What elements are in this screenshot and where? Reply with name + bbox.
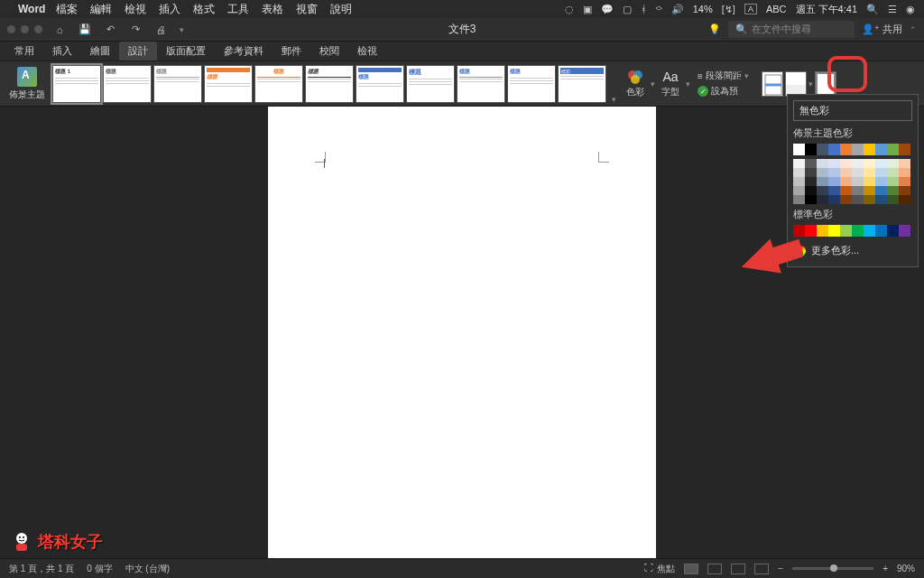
- watermark-button[interactable]: [762, 71, 783, 97]
- color-swatch[interactable]: [875, 168, 887, 177]
- menu-insert[interactable]: 插入: [159, 2, 180, 17]
- menu-window[interactable]: 視窗: [296, 2, 318, 17]
- view-print-layout[interactable]: [684, 564, 698, 574]
- color-swatch[interactable]: [840, 195, 852, 204]
- focus-mode[interactable]: ⛶焦點: [644, 563, 675, 575]
- color-swatch[interactable]: [864, 144, 875, 155]
- spotlight-icon[interactable]: 🔍: [866, 4, 879, 15]
- status-icon[interactable]: ◌: [565, 4, 574, 15]
- menu-format[interactable]: 格式: [193, 2, 215, 17]
- battery-icon[interactable]: [↯]: [722, 4, 735, 15]
- color-swatch[interactable]: [852, 195, 864, 204]
- minimize-dot[interactable]: [21, 25, 29, 33]
- colors-button[interactable]: 色彩: [624, 69, 647, 98]
- color-swatch[interactable]: [887, 168, 899, 177]
- color-swatch[interactable]: [864, 186, 875, 195]
- color-swatch[interactable]: [828, 144, 840, 155]
- color-swatch[interactable]: [875, 144, 887, 155]
- camera-icon[interactable]: ▣: [583, 4, 592, 15]
- page[interactable]: [268, 107, 656, 558]
- styleset-thumb[interactable]: 標題: [204, 65, 253, 103]
- color-swatch[interactable]: [828, 195, 840, 204]
- menu-tools[interactable]: 工具: [227, 2, 249, 17]
- color-swatch[interactable]: [840, 225, 852, 237]
- redo-icon[interactable]: ↷: [129, 23, 142, 36]
- view-outline[interactable]: [731, 564, 745, 574]
- color-swatch[interactable]: [899, 159, 910, 168]
- styleset-thumb[interactable]: 標題: [406, 65, 455, 103]
- home-icon[interactable]: ⌂: [53, 23, 66, 36]
- qat-dropdown-icon[interactable]: ▾: [180, 25, 184, 34]
- tab-view[interactable]: 檢視: [348, 42, 386, 61]
- color-swatch[interactable]: [805, 177, 817, 186]
- color-swatch[interactable]: [875, 186, 887, 195]
- color-swatch[interactable]: [887, 195, 899, 204]
- color-swatch[interactable]: [875, 225, 887, 237]
- color-swatch[interactable]: [899, 195, 910, 204]
- document-area[interactable]: [0, 107, 924, 558]
- color-swatch[interactable]: [793, 144, 805, 155]
- page-color-button[interactable]: [785, 71, 807, 97]
- colors-dropdown-icon[interactable]: ▾: [651, 79, 655, 89]
- zoom-in[interactable]: +: [882, 564, 888, 573]
- styleset-thumb[interactable]: 標題: [103, 65, 152, 103]
- color-swatch[interactable]: [817, 177, 828, 186]
- color-swatch[interactable]: [899, 144, 910, 155]
- tab-mailings[interactable]: 郵件: [273, 42, 310, 61]
- tab-design[interactable]: 設計: [119, 42, 157, 61]
- zoom-dot[interactable]: [34, 25, 42, 33]
- page-count[interactable]: 第 1 頁，共 1 頁: [9, 563, 74, 575]
- color-swatch[interactable]: [852, 159, 864, 168]
- notification-icon[interactable]: ☰: [888, 4, 897, 15]
- tab-references[interactable]: 參考資料: [215, 42, 273, 61]
- view-draft[interactable]: [754, 564, 769, 574]
- view-web-layout[interactable]: [707, 564, 722, 574]
- color-swatch[interactable]: [899, 177, 910, 186]
- themes-button[interactable]: A 佈景主題: [5, 63, 49, 104]
- color-swatch[interactable]: [828, 177, 840, 186]
- fonts-dropdown-icon[interactable]: ▾: [686, 79, 690, 89]
- color-swatch[interactable]: [875, 159, 887, 168]
- zoom-knob[interactable]: [830, 564, 837, 572]
- tab-layout[interactable]: 版面配置: [157, 42, 215, 61]
- styleset-thumb[interactable]: 標題: [305, 65, 354, 103]
- color-swatch[interactable]: [864, 168, 875, 177]
- color-swatch[interactable]: [793, 168, 805, 177]
- color-swatch[interactable]: [793, 159, 805, 168]
- color-swatch[interactable]: [887, 159, 899, 168]
- wifi-icon[interactable]: ⌔: [656, 4, 662, 14]
- color-swatch[interactable]: [828, 168, 840, 177]
- menu-file[interactable]: 檔案: [56, 2, 78, 17]
- styleset-thumb[interactable]: 標題: [558, 65, 606, 103]
- color-swatch[interactable]: [899, 225, 910, 237]
- color-swatch[interactable]: [805, 186, 817, 195]
- color-swatch[interactable]: [887, 225, 899, 237]
- zoom-slider[interactable]: [792, 567, 873, 570]
- color-swatch[interactable]: [852, 144, 864, 155]
- volume-icon[interactable]: 🔊: [671, 4, 684, 15]
- color-swatch[interactable]: [864, 195, 875, 204]
- tab-insert[interactable]: 插入: [43, 42, 81, 61]
- color-swatch[interactable]: [840, 144, 852, 155]
- more-colors-button[interactable]: 更多色彩...: [793, 240, 912, 261]
- airplay-icon[interactable]: ▢: [623, 4, 632, 15]
- save-icon[interactable]: 💾: [79, 23, 91, 36]
- language[interactable]: 中文 (台灣): [125, 563, 170, 575]
- color-swatch[interactable]: [840, 168, 852, 177]
- color-swatch[interactable]: [805, 225, 817, 237]
- collapse-ribbon-icon[interactable]: ⌃: [910, 25, 917, 34]
- color-swatch[interactable]: [852, 186, 864, 195]
- color-swatch[interactable]: [805, 195, 817, 204]
- no-color-option[interactable]: 無色彩: [793, 100, 912, 121]
- zoom-level[interactable]: 90%: [897, 564, 915, 573]
- color-swatch[interactable]: [840, 159, 852, 168]
- styleset-thumb[interactable]: 標題 1: [52, 65, 101, 103]
- styleset-thumb[interactable]: 標題: [507, 65, 556, 103]
- color-swatch[interactable]: [828, 225, 840, 237]
- color-swatch[interactable]: [887, 144, 899, 155]
- menu-table[interactable]: 表格: [262, 2, 283, 17]
- word-count[interactable]: 0 個字: [87, 563, 112, 575]
- color-swatch[interactable]: [840, 186, 852, 195]
- menu-edit[interactable]: 編輯: [90, 2, 112, 17]
- styleset-thumb[interactable]: 標題: [153, 65, 202, 103]
